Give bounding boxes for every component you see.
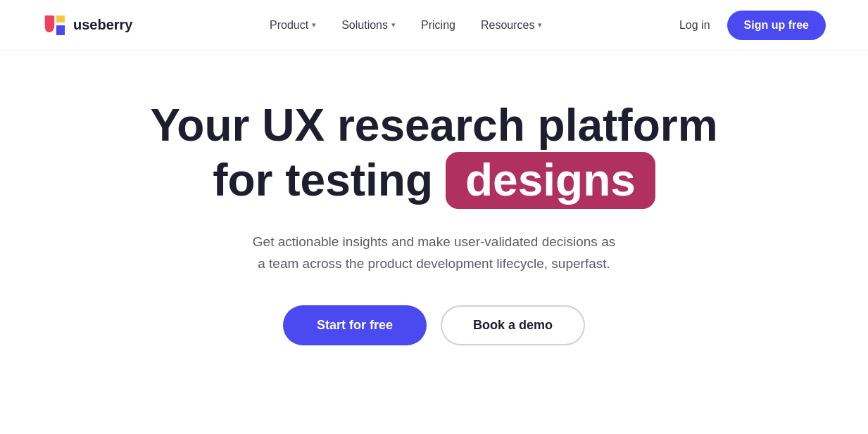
book-demo-button[interactable]: Book a demo (441, 305, 585, 345)
nav-item-resources[interactable]: Resources ▾ (481, 19, 542, 32)
start-free-button[interactable]: Start for free (283, 305, 427, 345)
chevron-down-icon: ▾ (538, 20, 542, 30)
nav-item-product[interactable]: Product ▾ (270, 19, 316, 32)
hero-cta-buttons: Start for free Book a demo (283, 305, 585, 345)
chevron-down-icon: ▾ (312, 20, 316, 30)
hero-section: Your UX research platform for testing de… (0, 51, 868, 388)
hero-headline-line2: for testing designs (213, 152, 655, 210)
signup-button[interactable]: Sign up free (727, 11, 826, 40)
useberry-logo-icon (42, 13, 68, 38)
login-button[interactable]: Log in (679, 19, 710, 32)
hero-subtext: Get actionable insights and make user-va… (253, 231, 615, 274)
hero-highlight-word: designs (446, 152, 655, 210)
hero-prefix-text: for testing (213, 155, 433, 207)
chevron-down-icon: ▾ (391, 20, 396, 30)
logo-area: useberry (42, 13, 133, 38)
navbar: useberry Product ▾ Solutions ▾ Pricing R… (0, 0, 868, 51)
nav-item-pricing[interactable]: Pricing (421, 19, 455, 32)
hero-headline-line1: Your UX research platform (150, 100, 717, 152)
brand-name: useberry (73, 17, 133, 33)
nav-actions: Log in Sign up free (679, 11, 826, 40)
nav-item-solutions[interactable]: Solutions ▾ (341, 19, 396, 32)
nav-links: Product ▾ Solutions ▾ Pricing Resources … (270, 19, 542, 32)
